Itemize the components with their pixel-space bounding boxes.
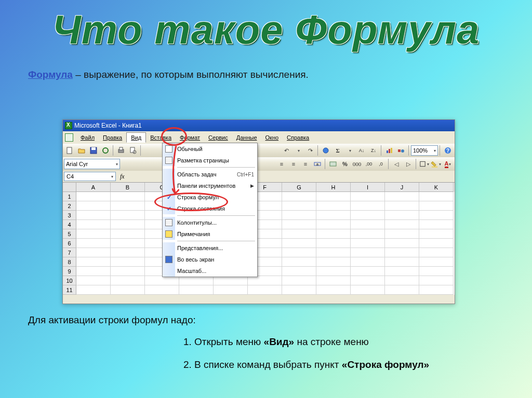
cell[interactable]: [316, 192, 351, 201]
cell[interactable]: [111, 285, 145, 295]
row-header[interactable]: 11: [63, 285, 76, 295]
cell[interactable]: [111, 267, 145, 276]
column-header[interactable]: I: [351, 183, 385, 192]
sort-desc-icon[interactable]: Z↓: [368, 145, 379, 156]
cell[interactable]: [316, 211, 351, 220]
save-icon[interactable]: [88, 145, 99, 156]
increase-decimal-icon[interactable]: ,00: [363, 158, 375, 170]
cell[interactable]: [76, 267, 111, 276]
select-all-corner[interactable]: [63, 183, 76, 192]
merge-center-icon[interactable]: a: [312, 158, 323, 170]
cell[interactable]: [316, 220, 351, 229]
cell[interactable]: [351, 276, 385, 285]
cell[interactable]: [351, 220, 385, 229]
cell[interactable]: [419, 192, 454, 201]
menu-help[interactable]: Справка: [283, 133, 313, 142]
cell[interactable]: [351, 239, 385, 248]
sort-asc-icon[interactable]: A↓: [356, 145, 367, 156]
cell[interactable]: [282, 229, 316, 239]
view-zoom-item[interactable]: Масштаб...: [163, 265, 257, 277]
view-headers-footers-item[interactable]: Колонтитулы...: [163, 217, 257, 228]
name-box[interactable]: C4: [64, 172, 116, 181]
view-comments-item[interactable]: Примечания: [163, 228, 257, 240]
cell[interactable]: [316, 248, 351, 257]
cell[interactable]: [76, 276, 111, 285]
cell[interactable]: [76, 248, 111, 257]
cell[interactable]: [248, 276, 282, 285]
cell[interactable]: [351, 248, 385, 257]
menu-format[interactable]: Формат: [176, 133, 204, 142]
zoom-combo[interactable]: 100%: [411, 145, 438, 156]
cell[interactable]: [111, 248, 145, 257]
cell[interactable]: [316, 257, 351, 267]
view-formula-bar-item[interactable]: ✓ Строка формул: [163, 191, 257, 203]
permission-icon[interactable]: [100, 145, 111, 156]
column-header[interactable]: B: [111, 183, 145, 192]
cell[interactable]: [111, 211, 145, 220]
cell[interactable]: [351, 229, 385, 239]
cell[interactable]: [385, 201, 419, 211]
cell[interactable]: [316, 239, 351, 248]
cell[interactable]: [385, 285, 419, 295]
row-header[interactable]: 2: [63, 201, 76, 211]
cell[interactable]: [282, 267, 316, 276]
menu-file[interactable]: Файл: [76, 133, 99, 142]
cell[interactable]: [385, 239, 419, 248]
view-custom-views-item[interactable]: Представления...: [163, 242, 257, 254]
print-icon[interactable]: [115, 145, 127, 156]
view-task-pane-item[interactable]: Область задач Ctrl+F1: [163, 169, 257, 180]
cell[interactable]: [282, 211, 316, 220]
row-header[interactable]: 1: [63, 192, 76, 201]
cell[interactable]: [179, 285, 214, 295]
cell[interactable]: [282, 201, 316, 211]
percent-icon[interactable]: %: [339, 158, 351, 170]
cell[interactable]: [282, 276, 316, 285]
cell[interactable]: [419, 201, 454, 211]
autosum-icon[interactable]: Σ: [332, 145, 343, 156]
cell[interactable]: [385, 248, 419, 257]
cell[interactable]: [351, 201, 385, 211]
cell[interactable]: [76, 211, 111, 220]
cell[interactable]: [76, 192, 111, 201]
cell[interactable]: [351, 211, 385, 220]
cell[interactable]: [76, 220, 111, 229]
column-header[interactable]: G: [282, 183, 316, 192]
cell[interactable]: [76, 257, 111, 267]
cell[interactable]: [316, 276, 351, 285]
column-header[interactable]: A: [76, 183, 111, 192]
cell[interactable]: [214, 285, 248, 295]
cell[interactable]: [316, 229, 351, 239]
cell[interactable]: [385, 211, 419, 220]
drawing-icon[interactable]: [395, 145, 407, 156]
cell[interactable]: [385, 192, 419, 201]
cell[interactable]: [76, 229, 111, 239]
cell[interactable]: [282, 239, 316, 248]
chart-wizard-icon[interactable]: [383, 145, 395, 156]
cell[interactable]: [76, 239, 111, 248]
cell[interactable]: [145, 276, 179, 285]
open-icon[interactable]: [76, 145, 87, 156]
currency-icon[interactable]: [327, 158, 339, 170]
menu-view[interactable]: Вид: [126, 132, 146, 143]
cell[interactable]: [111, 220, 145, 229]
new-icon[interactable]: [64, 145, 75, 156]
cell[interactable]: [282, 257, 316, 267]
cell[interactable]: [111, 276, 145, 285]
cell[interactable]: [111, 229, 145, 239]
undo-dropdown-icon[interactable]: [292, 145, 304, 156]
cell[interactable]: [145, 285, 179, 295]
decrease-indent-icon[interactable]: ◁: [391, 158, 402, 170]
help-icon[interactable]: ?: [442, 145, 454, 156]
cell[interactable]: [282, 285, 316, 295]
fx-icon[interactable]: fx: [117, 173, 128, 181]
cell[interactable]: [248, 285, 282, 295]
view-toolbars-item[interactable]: Панели инструментов ▶: [163, 180, 257, 191]
menu-insert[interactable]: Вставка: [146, 133, 176, 142]
row-header[interactable]: 3: [63, 211, 76, 220]
align-right-icon[interactable]: ≡: [300, 158, 311, 170]
cell[interactable]: [111, 201, 145, 211]
cell[interactable]: [351, 285, 385, 295]
decrease-decimal-icon[interactable]: ,0: [375, 158, 387, 170]
row-header[interactable]: 4: [63, 220, 76, 229]
cell[interactable]: [282, 220, 316, 229]
